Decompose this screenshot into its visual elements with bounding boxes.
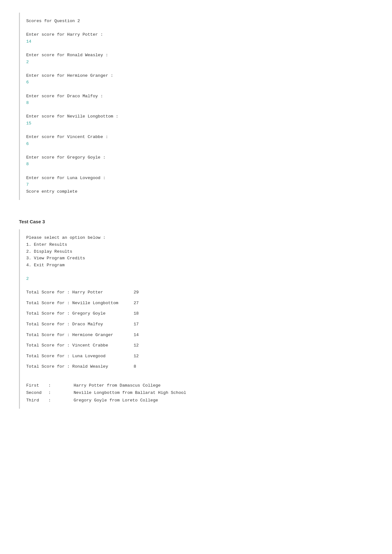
score-value-hermione: 14 xyxy=(134,332,139,339)
podium-second-sep: : xyxy=(48,389,55,396)
score-label-vincent: Total Score for : Vincent Crabbe xyxy=(26,342,134,349)
menu-selection: 2 xyxy=(26,275,367,282)
prompt-neville: Enter score for Neville Longbottom : xyxy=(26,113,367,120)
prompt-hermione: Enter score for Hermione Granger : xyxy=(26,72,367,79)
score-entry-neville: Enter score for Neville Longbottom : 15 xyxy=(26,113,367,127)
score-value-luna: 12 xyxy=(134,353,139,360)
score-value-ronald: 8 xyxy=(134,363,136,370)
score-value-gregory: 18 xyxy=(134,310,139,317)
score-row-vincent: Total Score for : Vincent Crabbe 12 xyxy=(26,342,367,349)
value-neville: 15 xyxy=(26,120,367,127)
menu-item-1: 1. Enter Results xyxy=(26,241,367,248)
podium-first-detail: Harry Potter from Damascus College xyxy=(74,382,160,389)
value-vincent: 6 xyxy=(26,141,367,148)
podium-third-sep: : xyxy=(48,397,55,404)
menu-item-4: 4. Exit Program xyxy=(26,262,367,269)
section1: Scores for Question 2 Enter score for Ha… xyxy=(19,13,373,200)
value-harry: 14 xyxy=(26,38,367,45)
score-label-ronald: Total Score for : Ronald Weasley xyxy=(26,363,134,370)
score-entry-ronald: Enter score for Ronald Weasley : 2 xyxy=(26,52,367,65)
test-case-3-heading: Test Case 3 xyxy=(19,219,373,224)
menu-header: Please select an option below : xyxy=(26,234,367,241)
value-luna: 7 xyxy=(26,181,367,188)
score-value-draco: 17 xyxy=(134,321,139,328)
podium-row-first: First : Harry Potter from Damascus Colle… xyxy=(26,382,367,389)
score-row-gregory: Total Score for : Gregory Goyle 18 xyxy=(26,310,367,317)
score-row-luna: Total Score for : Luna Lovegood 12 xyxy=(26,353,367,360)
score-entry-luna: Enter score for Luna Lovegood : 7 xyxy=(26,175,367,188)
menu-item-2: 2. Display Results xyxy=(26,248,367,255)
prompt-ronald: Enter score for Ronald Weasley : xyxy=(26,52,367,59)
terminal-block-1: Scores for Question 2 Enter score for Ha… xyxy=(19,13,373,200)
score-label-gregory: Total Score for : Gregory Goyle xyxy=(26,310,134,317)
score-value-vincent: 12 xyxy=(134,342,139,349)
section2: Test Case 3 Please select an option belo… xyxy=(19,219,373,409)
score-entry-complete: Score entry complete xyxy=(26,188,367,195)
score-entry-draco: Enter score for Draco Malfoy : 8 xyxy=(26,93,367,106)
prompt-draco: Enter score for Draco Malfoy : xyxy=(26,93,367,100)
value-gregory: 8 xyxy=(26,161,367,168)
podium-first-place: First xyxy=(26,382,48,389)
value-ronald: 2 xyxy=(26,59,367,66)
podium-second-detail: Neville Longbottom from Ballarat High Sc… xyxy=(74,389,186,396)
terminal-block-2: Please select an option below : 1. Enter… xyxy=(19,229,373,409)
score-row-hermione: Total Score for : Hermione Granger 14 xyxy=(26,332,367,339)
score-row-neville: Total Score for : Neville Longbottom 27 xyxy=(26,300,367,307)
podium-third-place: Third xyxy=(26,397,48,404)
podium-row-second: Second : Neville Longbottom from Ballara… xyxy=(26,389,367,396)
prompt-gregory: Enter score for Gregory Goyle : xyxy=(26,154,367,161)
podium-second-place: Second xyxy=(26,389,48,396)
podium-row-third: Third : Gregory Goyle from Loreto Colleg… xyxy=(26,397,367,404)
podium-third-detail: Gregory Goyle from Loreto College xyxy=(74,397,158,404)
score-label-luna: Total Score for : Luna Lovegood xyxy=(26,353,134,360)
score-label-draco: Total Score for : Draco Malfoy xyxy=(26,321,134,328)
score-row-draco: Total Score for : Draco Malfoy 17 xyxy=(26,321,367,328)
score-value-harry: 29 xyxy=(134,289,139,296)
score-row-ronald: Total Score for : Ronald Weasley 8 xyxy=(26,363,367,370)
score-entry-gregory: Enter score for Gregory Goyle : 8 xyxy=(26,154,367,168)
score-row-harry: Total Score for : Harry Potter 29 xyxy=(26,289,367,296)
scores-heading: Scores for Question 2 xyxy=(26,18,367,25)
score-label-harry: Total Score for : Harry Potter xyxy=(26,289,134,296)
value-draco: 8 xyxy=(26,99,367,106)
score-label-neville: Total Score for : Neville Longbottom xyxy=(26,300,134,307)
score-entry-hermione: Enter score for Hermione Granger : 6 xyxy=(26,72,367,86)
prompt-vincent: Enter score for Vincent Crabbe : xyxy=(26,134,367,141)
value-hermione: 6 xyxy=(26,79,367,86)
score-entry-vincent: Enter score for Vincent Crabbe : 6 xyxy=(26,134,367,147)
score-entry-harry: Enter score for Harry Potter : 14 xyxy=(26,31,367,45)
prompt-harry: Enter score for Harry Potter : xyxy=(26,31,367,38)
score-value-neville: 27 xyxy=(134,300,139,307)
score-label-hermione: Total Score for : Hermione Granger xyxy=(26,332,134,339)
podium-first-sep: : xyxy=(48,382,55,389)
prompt-luna: Enter score for Luna Lovegood : xyxy=(26,175,367,182)
podium-results: First : Harry Potter from Damascus Colle… xyxy=(26,382,367,404)
menu-item-3: 3. View Program Credits xyxy=(26,255,367,262)
